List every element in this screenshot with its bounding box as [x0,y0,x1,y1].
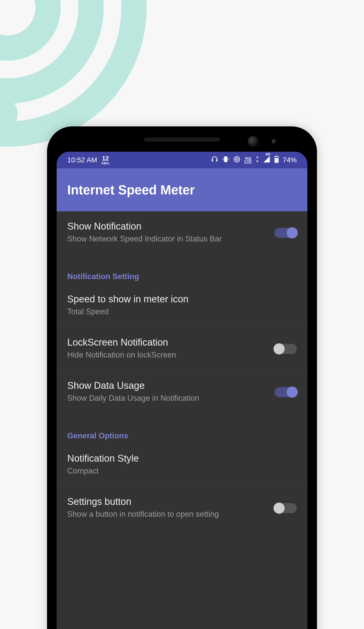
phone-sensor [271,139,277,144]
phone-screen: 10:52 AM 12 KB/s Vo)) LTE [57,152,307,629]
phone-notch [144,138,220,142]
settings-list: Show Notification Show Network Speed Ind… [57,211,307,530]
setting-subtitle: Show Network Speed Indicator in Status B… [67,233,244,245]
hotspot-icon [233,155,241,165]
setting-notification-style[interactable]: Notification Style Compact [57,443,307,486]
status-speed-indicator: 12 KB/s [102,155,109,165]
status-speed-value: 12 [102,155,109,162]
setting-subtitle: Hide Notification on lockScreen [67,349,244,361]
setting-settings-button[interactable]: Settings button Show a button in notific… [57,486,307,530]
data-arrows-icon [255,155,259,165]
app-title: Internet Speed Meter [67,183,195,197]
phone-frame: 10:52 AM 12 KB/s Vo)) LTE [47,126,317,629]
setting-title: LockScreen Notification [67,337,275,348]
battery-percentage: 74% [283,156,297,164]
setting-subtitle: Show Daily Data Usage in Notification [67,393,244,404]
app-bar: Internet Speed Meter [57,168,307,211]
setting-speed-meter-icon[interactable]: Speed to show in meter icon Total Speed [57,284,307,327]
status-time: 10:52 AM [67,156,97,164]
setting-title: Settings button [67,496,275,507]
setting-lockscreen-notification[interactable]: LockScreen Notification Hide Notificatio… [57,327,307,370]
toggle-lockscreen-notification[interactable] [275,344,297,354]
setting-title: Show Notification [67,221,275,232]
setting-title: Show Data Usage [67,380,275,391]
toggle-settings-button[interactable] [275,503,297,513]
setting-title: Notification Style [67,453,297,464]
status-bar: 10:52 AM 12 KB/s Vo)) LTE [57,152,307,168]
setting-subtitle: Show a button in notification to open se… [67,509,244,520]
battery-icon [274,155,279,165]
volte-icon: Vo)) LTE [244,156,252,164]
vibrate-icon [222,155,230,165]
svg-rect-4 [276,156,278,157]
network-gen-label: 4G [265,152,270,156]
status-speed-unit: KB/s [102,162,109,165]
setting-show-data-usage[interactable]: Show Data Usage Show Daily Data Usage in… [57,370,307,414]
setting-subtitle: Compact [67,465,244,477]
svg-point-0 [236,159,238,160]
svg-rect-5 [275,158,278,162]
toggle-show-notification[interactable] [275,228,297,238]
setting-title: Speed to show in meter icon [67,294,297,305]
setting-subtitle: Total Speed [67,306,244,318]
section-header-notification: Notification Setting [57,254,307,284]
toggle-show-data-usage[interactable] [275,387,297,397]
section-header-general: General Options [57,414,307,443]
headphones-icon [211,155,218,165]
phone-camera [248,136,259,147]
setting-show-notification[interactable]: Show Notification Show Network Speed Ind… [57,211,307,254]
signal-icon: 4G [263,155,270,165]
